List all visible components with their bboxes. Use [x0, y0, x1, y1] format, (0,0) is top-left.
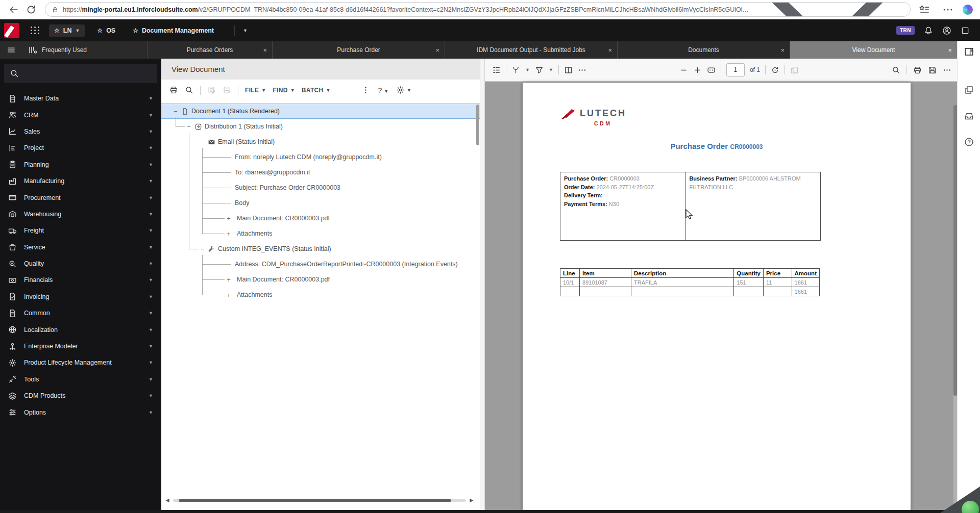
- tree-node[interactable]: Subject: Purchase Order CR0000003: [161, 180, 480, 195]
- sidebar-item-cdm-products[interactable]: CDM Products▼: [0, 388, 161, 404]
- expand-icon[interactable]: +: [225, 230, 233, 238]
- tree-node[interactable]: −Document 1 (Status Rendered): [161, 104, 480, 119]
- help-circle-icon[interactable]: [964, 137, 974, 147]
- sidebar-item-common[interactable]: Common▼: [0, 305, 161, 321]
- sidebar-item-planning[interactable]: Planning▼: [0, 157, 161, 173]
- save-document-icon[interactable]: [928, 66, 937, 74]
- collapse-icon[interactable]: −: [198, 245, 206, 253]
- split-view-icon[interactable]: [564, 66, 573, 74]
- page-view-icon[interactable]: [790, 66, 799, 74]
- expand-icon[interactable]: +: [225, 291, 233, 299]
- tab-purchase-orders[interactable]: Purchase Orders×: [148, 41, 273, 59]
- sidebar-item-crm[interactable]: CRM▼: [0, 107, 161, 123]
- tab-purchase-order[interactable]: Purchase Order×: [273, 41, 445, 59]
- zoom-out-icon[interactable]: [679, 66, 688, 74]
- windows-copy-icon[interactable]: [964, 85, 974, 95]
- inbox-tray-icon[interactable]: [964, 111, 974, 121]
- sidebar-item-sales[interactable]: Sales▼: [0, 123, 161, 140]
- copilot-icon[interactable]: [963, 5, 973, 15]
- nav-item-os[interactable]: ☆OS: [92, 24, 120, 37]
- notifications-bell-icon[interactable]: [924, 26, 933, 35]
- batch-menu-button[interactable]: BATCH▼: [302, 87, 331, 94]
- sidebar-item-financials[interactable]: Financials▼: [0, 272, 161, 288]
- panel-layout-icon[interactable]: [964, 47, 974, 57]
- search-document-icon[interactable]: [892, 66, 900, 74]
- settings-gear-button[interactable]: ▼: [396, 86, 411, 94]
- sidebar-item-manufacturing[interactable]: Manufacturing▼: [0, 173, 161, 189]
- sidebar-search-input[interactable]: [4, 64, 157, 83]
- sidebar-item-localization[interactable]: Localization▼: [0, 321, 161, 338]
- tree-node[interactable]: +Attachments: [161, 287, 480, 302]
- tab-documents[interactable]: Documents×: [618, 41, 790, 59]
- sidebar-item-options[interactable]: Options▼: [0, 404, 161, 420]
- app-frame-icon[interactable]: [961, 26, 970, 35]
- edit-properties-icon[interactable]: [223, 86, 231, 94]
- favorites-hub-icon[interactable]: [919, 4, 930, 15]
- collapse-icon[interactable]: −: [185, 123, 193, 131]
- sidebar-item-quality[interactable]: Quality▼: [0, 255, 161, 272]
- panel-splitter[interactable]: [480, 59, 485, 513]
- tree-node[interactable]: −Distribution 1 (Status Initial): [161, 119, 480, 134]
- tree-node[interactable]: +Attachments: [161, 226, 480, 241]
- sidebar-item-service[interactable]: Service▼: [0, 239, 161, 255]
- fit-width-icon[interactable]: [707, 66, 716, 74]
- search-icon[interactable]: [185, 86, 193, 94]
- browser-menu-icon[interactable]: [942, 4, 953, 15]
- shape-filter-icon[interactable]: [535, 66, 544, 74]
- scroll-left-arrow[interactable]: ◄: [164, 497, 170, 504]
- scroll-right-arrow[interactable]: ►: [469, 497, 475, 504]
- tree-node[interactable]: Address: CDM_PurchaseOrderReportPrinted~…: [161, 256, 480, 272]
- outline-thumbnails-icon[interactable]: [492, 66, 501, 74]
- infor-logo[interactable]: [4, 23, 19, 38]
- rotate-icon[interactable]: [771, 66, 779, 74]
- help-button[interactable]: ? ▼: [378, 86, 388, 94]
- frequently-used-button[interactable]: Frequently Used: [22, 41, 148, 59]
- sidebar-item-product-lifecycle-management[interactable]: Product Lifecycle Management▼: [0, 354, 161, 371]
- close-icon[interactable]: ×: [263, 46, 267, 54]
- tree-horizontal-scrollbar[interactable]: ◄ ►: [164, 497, 475, 504]
- expand-icon[interactable]: +: [225, 276, 233, 284]
- tree-node[interactable]: Body: [161, 195, 480, 211]
- nav-item-document-management[interactable]: ☆Document Management: [128, 24, 219, 37]
- user-account-icon[interactable]: [942, 26, 951, 35]
- tree-node[interactable]: To: rbarresi@gruppocdm.it: [161, 165, 480, 180]
- more-options-icon[interactable]: [943, 66, 951, 74]
- more-options-kebab-icon[interactable]: [361, 86, 370, 94]
- tab-view-document[interactable]: View Document×: [790, 41, 958, 59]
- sidebar-item-tools[interactable]: Tools▼: [0, 371, 161, 388]
- tree-node[interactable]: +Main Document: CR0000003.pdf: [161, 211, 480, 226]
- chevron-down-icon[interactable]: ▼: [243, 28, 248, 33]
- collapse-icon[interactable]: −: [172, 108, 180, 115]
- print-icon[interactable]: [169, 86, 178, 94]
- close-icon[interactable]: ×: [435, 46, 439, 54]
- nav-item-ln[interactable]: ☆LN▼: [49, 24, 85, 37]
- tree-node[interactable]: From: noreply Lutech CDM (noreply@gruppo…: [161, 149, 480, 165]
- sidebar-item-enterprise-modeler[interactable]: Enterprise Modeler▼: [0, 338, 161, 354]
- file-menu-button[interactable]: FILE▼: [245, 87, 266, 94]
- find-menu-button[interactable]: FIND▼: [273, 87, 295, 94]
- collapse-icon[interactable]: −: [198, 138, 206, 146]
- tree-vertical-scrollbar[interactable]: [476, 105, 479, 145]
- sidebar-item-invoicing[interactable]: Invoicing▼: [0, 289, 161, 305]
- page-number-input[interactable]: 1: [726, 63, 745, 76]
- tree-node[interactable]: −Email (Status Initial): [161, 134, 480, 149]
- print-document-icon[interactable]: [913, 66, 922, 74]
- scrollbar-thumb[interactable]: [179, 499, 451, 502]
- browser-refresh-icon[interactable]: [26, 4, 37, 15]
- close-icon[interactable]: ×: [608, 46, 612, 54]
- bookmark-star-icon[interactable]: [751, 2, 904, 17]
- edit-document-icon[interactable]: [207, 86, 216, 94]
- tree-node[interactable]: +Main Document: CR0000003.pdf: [161, 272, 480, 287]
- close-icon[interactable]: ×: [780, 46, 785, 54]
- more-tools-icon[interactable]: [578, 66, 586, 74]
- expand-icon[interactable]: +: [225, 215, 233, 222]
- sidebar-item-procurement[interactable]: Procurement▼: [0, 189, 161, 206]
- annotate-marker-icon[interactable]: [511, 66, 520, 74]
- sidebar-item-freight[interactable]: Freight▼: [0, 222, 161, 239]
- app-switcher-icon[interactable]: [31, 27, 40, 34]
- sidebar-item-master-data[interactable]: Master Data▼: [0, 90, 161, 107]
- browser-back-icon[interactable]: [8, 4, 19, 15]
- sidebar-item-project[interactable]: Project▼: [0, 140, 161, 156]
- close-icon[interactable]: ×: [948, 46, 952, 54]
- tab-idm-document-output-submitted-jobs[interactable]: IDM Document Output - Submitted Jobs×: [445, 41, 618, 59]
